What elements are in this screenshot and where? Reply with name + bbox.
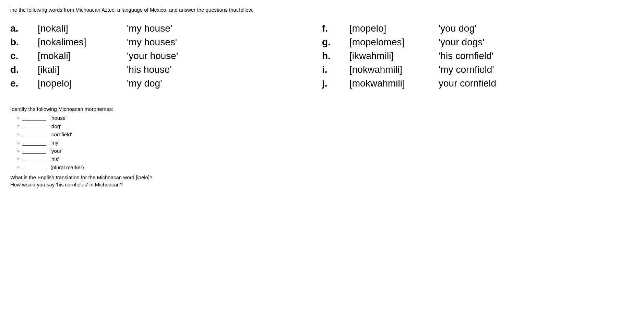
blank-line <box>22 131 46 137</box>
row-label: d. <box>10 64 38 75</box>
row-label: a. <box>10 23 38 34</box>
word-row: d. [ikali] 'his house' <box>10 64 322 75</box>
word-row: h. [ikwahmili] 'his cornfield' <box>322 50 634 61</box>
row-translation: 'his house' <box>127 64 172 75</box>
blank-line <box>22 156 46 162</box>
row-label: h. <box>322 50 349 61</box>
row-label: j. <box>322 78 349 89</box>
list-item: 'my' <box>17 139 634 146</box>
row-translation: 'your dogs' <box>439 37 485 48</box>
list-item: 'his' <box>17 156 634 162</box>
row-label: e. <box>10 78 38 89</box>
row-word: [mopelo] <box>349 23 439 34</box>
morpheme-meaning: 'house' <box>50 115 67 121</box>
morpheme-meaning: 'your' <box>50 148 62 154</box>
morpheme-meaning: 'cornfield' <box>50 131 72 137</box>
row-word: [mopelomes] <box>349 37 439 48</box>
blank-line <box>22 139 46 146</box>
row-word: [nopelo] <box>38 78 127 89</box>
word-pairs-container: a. [nokali] 'my house' b. [nokalimes] 'm… <box>10 23 634 89</box>
blank-line <box>22 148 46 154</box>
blank-line <box>22 123 46 129</box>
blank-line <box>22 164 46 170</box>
row-label: b. <box>10 37 38 48</box>
row-word: [mokali] <box>38 50 127 61</box>
row-word: [ikwahmili] <box>349 50 439 61</box>
morpheme-meaning: 'dog' <box>50 123 61 129</box>
list-item: 'dog' <box>17 123 634 129</box>
word-row: c. [mokali] 'your house' <box>10 50 322 61</box>
word-row: b. [nokalimes] 'my houses' <box>10 37 322 48</box>
word-row: a. [nokali] 'my house' <box>10 23 322 34</box>
questions-section: Identify the following Michoacan morphem… <box>10 106 634 187</box>
word-row: i. [nokwahmili] 'my cornfield' <box>322 64 634 75</box>
morpheme-meaning: (plural marker) <box>50 164 84 170</box>
intro-text: ine the following words from Michoacan A… <box>10 7 634 13</box>
right-column: f. [mopelo] 'you dog' g. [mopelomes] 'yo… <box>322 23 634 89</box>
word-row: j. [mokwahmili] your cornfield <box>322 78 634 89</box>
row-translation: 'my dog' <box>127 78 162 89</box>
row-word: [nokwahmili] <box>349 64 439 75</box>
list-item: 'house' <box>17 115 634 121</box>
row-word: [nokalimes] <box>38 37 127 48</box>
row-word: [nokali] <box>38 23 127 34</box>
word-row: f. [mopelo] 'you dog' <box>322 23 634 34</box>
row-label: g. <box>322 37 349 48</box>
row-translation: your cornfield <box>439 78 496 89</box>
row-translation: 'my houses' <box>127 37 177 48</box>
row-label: f. <box>322 23 349 34</box>
morpheme-meaning: 'his' <box>50 156 59 162</box>
word-row: g. [mopelomes] 'your dogs' <box>322 37 634 48</box>
question1: What is the English translation for the … <box>10 174 634 180</box>
blank-line <box>22 115 46 121</box>
row-translation: 'his cornfield' <box>439 50 493 61</box>
row-label: c. <box>10 50 38 61</box>
row-word: [mokwahmili] <box>349 78 439 89</box>
row-translation: 'my cornfield' <box>439 64 494 75</box>
morpheme-meaning: 'my' <box>50 140 59 146</box>
row-label: i. <box>322 64 349 75</box>
question2: How would you say 'his cornfields' in Mi… <box>10 182 634 187</box>
left-column: a. [nokali] 'my house' b. [nokalimes] 'm… <box>10 23 322 89</box>
word-row: e. [nopelo] 'my dog' <box>10 78 322 89</box>
row-word: [ikali] <box>38 64 127 75</box>
list-item: (plural marker) <box>17 164 634 170</box>
list-item: 'cornfield' <box>17 131 634 137</box>
row-translation: 'your house' <box>127 50 178 61</box>
row-translation: 'my house' <box>127 23 172 34</box>
morpheme-list: 'house' 'dog' 'cornfield' 'my' 'your' 'h… <box>17 115 634 170</box>
row-translation: 'you dog' <box>439 23 476 34</box>
questions-title: Identify the following Michoacan morphem… <box>10 106 634 112</box>
list-item: 'your' <box>17 148 634 154</box>
